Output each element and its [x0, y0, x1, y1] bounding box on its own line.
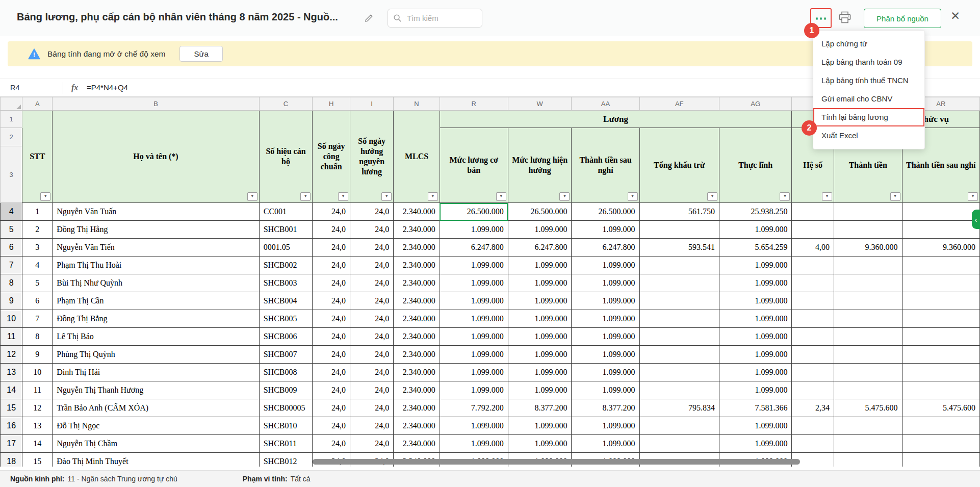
cell-after2[interactable]	[902, 257, 979, 274]
cell-d1[interactable]: 24,0	[313, 346, 350, 364]
cell-coef[interactable]	[792, 203, 834, 221]
cell-d2[interactable]: 24,0	[350, 417, 393, 435]
cell-amount[interactable]	[834, 203, 902, 221]
search-box[interactable]	[388, 9, 482, 28]
cell-after2[interactable]	[902, 203, 979, 221]
cell-coef[interactable]	[792, 310, 834, 328]
cell-net[interactable]: 1.099.000	[719, 381, 792, 399]
cell-amount[interactable]	[834, 292, 902, 310]
cell-base[interactable]: 1.099.000	[440, 346, 508, 364]
cell-stt[interactable]: 4	[22, 257, 53, 274]
cell-net[interactable]: 1.099.000	[719, 417, 792, 435]
cell-name[interactable]: Nguyễn Văn Tiến	[53, 239, 259, 257]
cell-stt[interactable]: 8	[22, 328, 53, 346]
cell-coef[interactable]: 4,00	[792, 239, 834, 257]
name-box[interactable]: R4	[0, 79, 63, 96]
cell-stt[interactable]: 6	[22, 292, 53, 310]
cell-after[interactable]: 1.099.000	[572, 274, 639, 292]
cell-after2[interactable]	[902, 292, 979, 310]
cell-stt[interactable]: 7	[22, 310, 53, 328]
cell-deduct[interactable]	[639, 257, 719, 274]
menu-item-4[interactable]: Gửi email cho CBNV	[813, 90, 924, 108]
row-header-10[interactable]: 10	[1, 310, 22, 328]
cell-after2[interactable]	[902, 381, 979, 399]
column-header-N[interactable]: N	[394, 97, 440, 111]
cell-deduct[interactable]	[639, 346, 719, 364]
cell-net[interactable]: 1.099.000	[719, 292, 792, 310]
cell-stt[interactable]: 13	[22, 417, 53, 435]
cell-amount[interactable]	[834, 274, 902, 292]
row-header-13[interactable]: 13	[1, 364, 22, 381]
header-cell-d1[interactable]: Số ngày công chuẩn▾	[313, 111, 350, 203]
cell-mlcs[interactable]: 2.340.000	[394, 435, 440, 453]
row-header-4[interactable]: 4	[1, 203, 22, 221]
cell-d1[interactable]: 24,0	[313, 310, 350, 328]
cell-amount[interactable]	[834, 328, 902, 346]
menu-item-1[interactable]: Lập chứng từ	[813, 35, 924, 53]
filter-icon[interactable]: ▾	[890, 192, 900, 201]
cell-current[interactable]: 1.099.000	[508, 292, 572, 310]
cell-after2[interactable]: 9.360.000	[902, 239, 979, 257]
cell-net[interactable]: 5.654.259	[719, 239, 792, 257]
cell-coef[interactable]: 2,34	[792, 399, 834, 417]
row-header-18[interactable]: 18	[1, 453, 22, 467]
cell-amount[interactable]	[834, 381, 902, 399]
cell-name[interactable]: Đồng Thị Bằng	[53, 310, 259, 328]
cell-name[interactable]: Bùi Thị Như Quỳnh	[53, 274, 259, 292]
header-cell-mlcs[interactable]: MLCS▾	[394, 111, 440, 203]
cell-name[interactable]: Lê Thị Bảo	[53, 328, 259, 346]
cell-base[interactable]: 1.099.000	[440, 328, 508, 346]
column-header-W[interactable]: W	[508, 97, 572, 111]
cell-coef[interactable]	[792, 381, 834, 399]
cell-d2[interactable]: 24,0	[350, 310, 393, 328]
cell-d1[interactable]: 24,0	[313, 257, 350, 274]
cell-mlcs[interactable]: 2.340.000	[394, 239, 440, 257]
row-header-15[interactable]: 15	[1, 399, 22, 417]
cell-deduct[interactable]	[639, 310, 719, 328]
row-header-8[interactable]: 8	[1, 274, 22, 292]
cell-id[interactable]: SHCB005	[259, 310, 313, 328]
cell-after[interactable]: 8.377.200	[572, 399, 639, 417]
cell-name[interactable]: Nguyễn Thị Thanh Hương	[53, 381, 259, 399]
cell-after[interactable]: 1.099.000	[572, 381, 639, 399]
print-button[interactable]	[838, 11, 852, 25]
filter-icon[interactable]: ▾	[780, 192, 790, 201]
edit-button[interactable]: Sửa	[179, 46, 222, 62]
cell-current[interactable]: 1.099.000	[508, 346, 572, 364]
cell-name[interactable]: Phạm Thị Cần	[53, 292, 259, 310]
cell-net[interactable]: 1.099.000	[719, 364, 792, 381]
cell-coef[interactable]	[792, 292, 834, 310]
menu-item-3[interactable]: Lập bảng tính thuế TNCN	[813, 71, 924, 90]
cell-name[interactable]: Trần Bảo Anh (CẤM XÓA)	[53, 399, 259, 417]
cell-after[interactable]: 1.099.000	[572, 417, 639, 435]
header-cell-after[interactable]: Thành tiền sau nghỉ▾	[572, 128, 639, 203]
column-header-R[interactable]: R	[440, 97, 508, 111]
cell-coef[interactable]	[792, 221, 834, 239]
header-cell-id[interactable]: Số hiệu cán bộ▾	[259, 111, 313, 203]
cell-stt[interactable]: 15	[22, 453, 53, 467]
cell-amount[interactable]	[834, 310, 902, 328]
cell-after2[interactable]	[902, 310, 979, 328]
cell-d1[interactable]: 24,0	[313, 399, 350, 417]
column-header-AA[interactable]: AA	[572, 97, 639, 111]
cell-d2[interactable]: 24,0	[350, 435, 393, 453]
filter-icon[interactable]: ▾	[822, 192, 832, 201]
header-cell-stt[interactable]: STT▾	[22, 111, 53, 203]
column-header-A[interactable]: A	[22, 97, 53, 111]
cell-amount[interactable]	[834, 257, 902, 274]
cell-after[interactable]: 1.099.000	[572, 221, 639, 239]
header-cell-net[interactable]: Thực lĩnh▾	[719, 128, 792, 203]
cell-amount[interactable]: 5.475.600	[834, 399, 902, 417]
cell-after[interactable]: 1.099.000	[572, 257, 639, 274]
cell-stt[interactable]: 1	[22, 203, 53, 221]
cell-base[interactable]: 7.792.200	[440, 399, 508, 417]
filter-icon[interactable]: ▾	[559, 192, 570, 201]
cell-stt[interactable]: 14	[22, 435, 53, 453]
cell-mlcs[interactable]: 2.340.000	[394, 221, 440, 239]
cell-base[interactable]: 1.099.000	[440, 310, 508, 328]
filter-icon[interactable]: ▾	[40, 192, 50, 201]
column-header-H[interactable]: H	[313, 97, 350, 111]
cell-name[interactable]: Nguyễn Văn Tuấn	[53, 203, 259, 221]
filter-icon[interactable]: ▾	[300, 192, 311, 201]
close-icon[interactable]: ✕	[947, 10, 963, 22]
